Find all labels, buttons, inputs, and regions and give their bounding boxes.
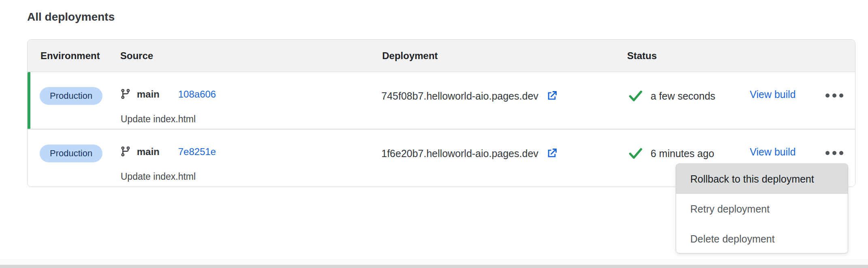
menu-item-retry[interactable]: Retry deployment — [676, 194, 848, 224]
table-header-row: Environment Source Deployment Status — [28, 40, 855, 72]
status-time: a few seconds — [651, 90, 715, 102]
check-icon — [628, 147, 643, 160]
deployment-url: 745f08b7.helloworld-aio.pages.dev — [381, 90, 538, 102]
commit-link[interactable]: 7e8251e — [178, 146, 216, 157]
page-title: All deployments — [27, 11, 115, 23]
section-divider-line — [0, 265, 868, 268]
git-branch-icon — [120, 88, 131, 100]
deployment-actions-menu: Rollback to this deployment Retry deploy… — [676, 164, 848, 253]
menu-item-delete[interactable]: Delete deployment — [676, 224, 848, 253]
external-link-icon[interactable] — [545, 147, 558, 160]
commit-message: Update index.html — [121, 171, 196, 182]
column-header-status: Status — [627, 40, 657, 72]
view-build-link[interactable]: View build — [750, 89, 796, 100]
status-cell: a few seconds — [628, 87, 715, 105]
status-cell: 6 minutes ago — [628, 144, 714, 163]
column-header-source: Source — [120, 40, 153, 72]
check-icon — [628, 90, 643, 102]
section-divider — [0, 259, 868, 265]
deployment-url: 1f6e20b7.helloworld-aio.pages.dev — [381, 148, 538, 160]
deployment-cell: 1f6e20b7.helloworld-aio.pages.dev — [381, 144, 558, 163]
commit-link[interactable]: 108a606 — [178, 89, 216, 100]
table-row: Production main 108a606 Update index.htm… — [28, 72, 855, 129]
row-actions-menu-button[interactable] — [818, 84, 851, 107]
current-deployment-indicator — [28, 72, 30, 129]
branch-name: main — [137, 89, 160, 100]
ellipsis-icon — [825, 151, 830, 155]
status-time: 6 minutes ago — [651, 148, 714, 160]
git-branch-icon — [120, 146, 131, 157]
column-header-environment: Environment — [40, 40, 100, 72]
external-link-icon[interactable] — [545, 89, 558, 102]
row-actions-menu-button[interactable] — [818, 142, 851, 164]
branch-name: main — [137, 146, 160, 157]
environment-badge: Production — [40, 87, 102, 105]
menu-item-rollback[interactable]: Rollback to this deployment — [676, 164, 848, 194]
environment-badge: Production — [40, 145, 102, 162]
commit-message: Update index.html — [121, 114, 196, 125]
view-build-link[interactable]: View build — [750, 146, 796, 158]
ellipsis-icon — [825, 94, 830, 98]
column-header-deployment: Deployment — [382, 40, 438, 72]
deployment-cell: 745f08b7.helloworld-aio.pages.dev — [381, 87, 558, 105]
